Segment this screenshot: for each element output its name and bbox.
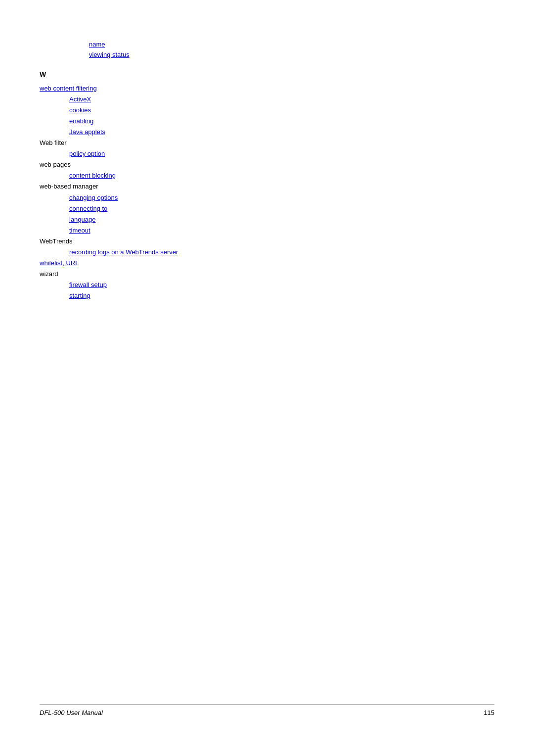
text-web-filter: Web filter <box>40 139 67 146</box>
entry-timeout: timeout <box>69 225 494 236</box>
link-content-blocking[interactable]: content blocking <box>69 172 116 179</box>
page-container: name viewing status W web content filter… <box>0 0 534 756</box>
entry-changing-options: changing options <box>69 192 494 203</box>
entry-enabling: enabling <box>69 116 494 127</box>
link-cookies[interactable]: cookies <box>69 106 91 114</box>
entry-wizard: wizard <box>40 269 494 280</box>
link-starting[interactable]: starting <box>69 292 90 299</box>
text-webtrends: WebTrends <box>40 237 72 245</box>
link-name[interactable]: name <box>89 40 494 50</box>
link-activex[interactable]: ActiveX <box>69 95 91 103</box>
entry-policy-option: policy option <box>69 148 494 159</box>
index-section: name viewing status W web content filter… <box>40 40 494 301</box>
entry-web-filter: Web filter <box>40 138 494 148</box>
section-header-w: W <box>40 70 494 78</box>
entry-cookies: cookies <box>69 105 494 116</box>
link-viewing-status[interactable]: viewing status <box>89 50 494 60</box>
link-changing-options[interactable]: changing options <box>69 194 118 201</box>
link-connecting-to[interactable]: connecting to <box>69 205 107 212</box>
text-web-based-manager: web-based manager <box>40 183 98 190</box>
entry-web-content-filtering: web content filtering <box>40 83 494 94</box>
link-language[interactable]: language <box>69 216 96 223</box>
text-web-pages: web pages <box>40 161 71 168</box>
link-timeout[interactable]: timeout <box>69 227 90 234</box>
entry-activex: ActiveX <box>69 94 494 105</box>
footer-manual-title: DFL-500 User Manual <box>40 709 103 716</box>
entry-java-applets: Java applets <box>69 127 494 138</box>
entry-whitelist-url: whitelist, URL <box>40 258 494 269</box>
entry-starting: starting <box>69 290 494 301</box>
link-policy-option[interactable]: policy option <box>69 150 105 157</box>
entry-content-blocking: content blocking <box>69 170 494 181</box>
text-wizard: wizard <box>40 270 58 278</box>
footer: DFL-500 User Manual 115 <box>40 705 494 716</box>
link-java-applets[interactable]: Java applets <box>69 128 105 136</box>
entry-language: language <box>69 214 494 225</box>
entry-web-pages: web pages <box>40 159 494 170</box>
link-firewall-setup[interactable]: firewall setup <box>69 281 107 288</box>
link-web-content-filtering[interactable]: web content filtering <box>40 85 97 92</box>
footer-page-number: 115 <box>484 709 494 716</box>
link-whitelist-url[interactable]: whitelist, URL <box>40 259 79 267</box>
entry-connecting-to: connecting to <box>69 203 494 214</box>
link-recording-logs[interactable]: recording logs on a WebTrends server <box>69 248 178 256</box>
entry-firewall-setup: firewall setup <box>69 280 494 290</box>
entry-webtrends: WebTrends <box>40 236 494 247</box>
entry-web-based-manager: web-based manager <box>40 181 494 192</box>
prev-links: name viewing status <box>89 40 494 60</box>
entry-recording-logs: recording logs on a WebTrends server <box>69 247 494 258</box>
link-enabling[interactable]: enabling <box>69 117 93 125</box>
